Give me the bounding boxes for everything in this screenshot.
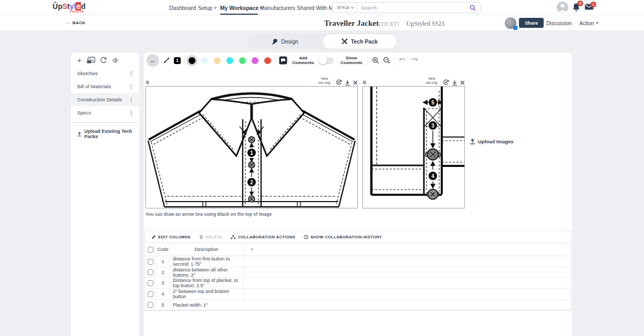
upload-icon <box>77 131 82 137</box>
row-description[interactable]: 2" between top and bottom button <box>170 289 243 299</box>
color-swatch[interactable] <box>189 57 195 64</box>
drag-handle-icon[interactable]: ≡ <box>146 80 149 85</box>
show-collaboration-history-button[interactable]: SHOW COLLABORATION HISTORY <box>304 235 382 239</box>
tab-tech-pack[interactable]: Tech Pack <box>322 34 397 49</box>
table-row[interactable]: 2 distance between all other buttons: 2" <box>145 267 571 278</box>
view-me-only-label: Viewme only <box>425 77 438 85</box>
row-checkbox[interactable] <box>148 269 153 275</box>
close-icon[interactable] <box>353 80 358 85</box>
brand-logo[interactable]: ÛpStyled FASHION <box>53 2 86 10</box>
row-description[interactable]: Placket width: 1" <box>170 300 243 310</box>
history-icon[interactable] <box>100 57 107 64</box>
divider <box>394 56 394 65</box>
row-description[interactable]: distance from first button to second: 1.… <box>170 256 243 267</box>
tab-design[interactable]: Design <box>248 34 322 49</box>
canvas-block-front: ≡ Viewme only <box>146 76 358 208</box>
row-description[interactable]: distance between all other buttons: 2" <box>170 267 243 278</box>
zoom-in-button[interactable] <box>372 57 379 64</box>
collaboration-actions-button[interactable]: COLLABORATION ACTIONS <box>231 235 295 239</box>
drawing-canvas-front[interactable]: 1 2 <box>146 86 358 208</box>
drawing-canvas-detail[interactable]: 5 3 4 <box>362 86 465 208</box>
sidebar-item-bill-of-materials[interactable]: Bill of Materials⋮ <box>71 80 139 93</box>
row-checkbox[interactable] <box>148 302 153 308</box>
row-extra-cell[interactable] <box>243 300 571 310</box>
sidebar-item-specs[interactable]: Specs⋮ <box>71 106 139 119</box>
download-icon[interactable] <box>345 80 350 86</box>
marker-label: 1 <box>250 150 253 156</box>
kebab-menu-icon[interactable]: ⋮ <box>129 110 134 116</box>
row-extra-cell[interactable] <box>243 289 571 299</box>
zoom-out-button[interactable] <box>383 57 390 64</box>
color-swatch[interactable] <box>214 57 221 64</box>
speaker-icon[interactable] <box>112 57 119 64</box>
sidebar-item-sketches[interactable]: Sketches⋮ <box>71 67 139 80</box>
divider <box>275 56 275 65</box>
undo-button[interactable] <box>398 57 407 64</box>
row-checkbox[interactable] <box>148 259 153 265</box>
number-marker-tool-button[interactable]: 1 <box>174 57 181 64</box>
redo-button[interactable] <box>410 57 419 64</box>
rotate-icon[interactable] <box>336 79 342 86</box>
sidebar-item-construction-details[interactable]: Construction Details⋮ <box>71 93 139 106</box>
construction-details-panel: ← 1 Add Comments Show Comments ≡ <box>144 52 572 336</box>
collaborator-avatar[interactable] <box>505 17 516 29</box>
delete-button[interactable]: DELETE <box>199 235 222 239</box>
upload-images-button[interactable]: Upload Images <box>470 139 514 144</box>
color-swatch[interactable] <box>201 57 208 64</box>
line-arrow-tool-button[interactable] <box>163 57 170 64</box>
show-comments-label: Show Comments <box>339 56 364 65</box>
row-extra-cell[interactable] <box>243 278 571 288</box>
table-row[interactable]: 1 distance from first button to second: … <box>145 256 571 267</box>
row-extra-cell[interactable] <box>243 267 571 278</box>
edit-columns-button[interactable]: EDIT COLUMNS <box>151 235 191 239</box>
row-checkbox[interactable] <box>148 291 153 297</box>
drawing-toolbar: ← 1 Add Comments Show Comments <box>144 52 572 68</box>
color-swatch[interactable] <box>264 57 271 64</box>
add-section-icon[interactable]: + <box>77 57 81 64</box>
table-row[interactable]: 4 2" between top and bottom button <box>145 289 571 300</box>
table-row[interactable]: 5 Placket width: 1" <box>145 300 571 311</box>
row-extra-cell[interactable] <box>243 256 571 267</box>
close-icon[interactable] <box>460 80 465 85</box>
nav-shared-with-me[interactable]: Shared With Me <box>297 5 336 11</box>
drag-handle-icon[interactable]: ≡ <box>362 80 366 85</box>
table-row[interactable]: 3 Distance from top of placket, to top b… <box>145 278 571 289</box>
user-avatar[interactable] <box>557 2 568 13</box>
bell-badge: 3 <box>577 1 583 6</box>
nav-manufacturers[interactable]: Manufacturers <box>260 5 295 11</box>
logo-tagline: FASHION <box>70 10 84 13</box>
row-checkbox[interactable] <box>148 280 153 286</box>
back-button[interactable]: ← BACK <box>67 20 86 25</box>
search-filter-dropdown[interactable]: STYLE <box>333 6 356 9</box>
action-dropdown[interactable]: Action <box>579 20 598 26</box>
kebab-menu-icon[interactable]: ⋮ <box>129 70 134 76</box>
nav-dashboard[interactable]: Dashboard <box>169 5 196 11</box>
upload-existing-tech-packs-button[interactable]: Upload Existing Tech Packs <box>71 123 139 145</box>
share-button[interactable]: Share <box>519 18 544 28</box>
rotate-icon[interactable] <box>443 79 449 86</box>
arrow-tool-button[interactable]: ← <box>147 54 159 67</box>
discussion-button[interactable]: Discussion <box>546 20 572 26</box>
download-icon[interactable] <box>452 80 458 86</box>
export-pdf-icon[interactable] <box>87 57 95 64</box>
search-input[interactable] <box>357 5 470 10</box>
color-swatch[interactable] <box>226 57 233 64</box>
back-arrow-icon: ← <box>67 20 71 25</box>
add-column-button[interactable]: + <box>243 243 571 256</box>
nav-setup[interactable]: Setup <box>198 5 216 11</box>
messages[interactable]: 1 <box>585 4 594 10</box>
chevron-down-icon <box>214 6 217 9</box>
kebab-menu-icon[interactable]: ⋮ <box>129 97 134 102</box>
nav-my-workspace[interactable]: My Workspace <box>220 5 263 11</box>
row-description[interactable]: Distance from top of placket, to top but… <box>170 278 243 288</box>
notifications-bell[interactable]: 3 <box>572 3 580 12</box>
show-comments-toggle[interactable] <box>320 57 334 64</box>
select-all-checkbox[interactable] <box>148 247 153 253</box>
diagonal-arrow-icon <box>163 57 170 64</box>
search-icon[interactable] <box>470 5 481 11</box>
color-swatch[interactable] <box>239 57 246 64</box>
comment-tool-button[interactable] <box>279 56 287 65</box>
color-swatch[interactable] <box>252 57 258 64</box>
divider <box>368 56 368 65</box>
kebab-menu-icon[interactable]: ⋮ <box>129 83 134 89</box>
